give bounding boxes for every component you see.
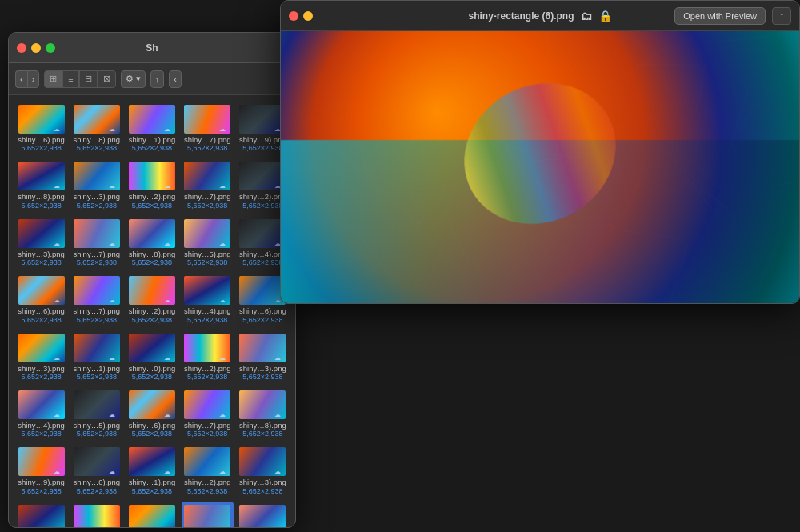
file-thumbnail: ☁ [184, 162, 230, 190]
cloud-icon: ☁ [164, 126, 174, 132]
file-name: shiny…3).png [73, 192, 120, 201]
file-item[interactable]: ☁shiny…7).png5,652×2,938 [182, 387, 234, 441]
file-item[interactable]: ☁shiny…5).png5,652×2,938 [70, 387, 122, 441]
file-thumbnail: ☁ [74, 276, 120, 305]
preview-image [281, 31, 799, 303]
file-thumbnail: ☁ [18, 505, 65, 527]
cloud-icon: ☁ [219, 126, 229, 132]
file-item[interactable]: ☁shiny…6).png5,652×2,938 [15, 102, 67, 155]
file-size: 5,652×2,938 [77, 202, 117, 210]
file-thumbnail: ☁ [74, 390, 120, 419]
file-item[interactable]: ☁shiny…0).png5,652×2,938 [70, 444, 122, 498]
file-item[interactable]: ☁shiny…7).png5,652×2,938 [182, 102, 234, 155]
column-view-button[interactable]: ⊟ [79, 70, 98, 88]
file-item[interactable]: ☁shiny…4).png5,652×2,938 [15, 502, 67, 527]
open-with-preview-button[interactable]: Open with Preview [674, 7, 766, 25]
file-item[interactable]: ☁shiny…3).png5,652×2,938 [70, 158, 122, 212]
file-name: shiny…7).png [184, 192, 231, 201]
file-item[interactable]: ☁shiny…0).png5,652×2,938 [126, 330, 178, 384]
file-item[interactable]: ☁shiny…8).png5,652×2,938 [70, 102, 122, 155]
list-view-button[interactable]: ≡ [62, 70, 78, 88]
file-thumbnail: ☁ [129, 105, 175, 134]
file-item[interactable]: ☁shiny…1).png5,652×2,938 [70, 330, 122, 384]
file-size: 5,652×2,938 [77, 487, 117, 495]
file-item[interactable]: ☁shiny…5).png5,652×2,938 [70, 502, 122, 527]
file-size: 5,652×2,938 [132, 202, 172, 210]
file-thumbnail: ☁ [239, 105, 286, 134]
file-item[interactable]: ☁shiny…6).png5,652×2,938 [126, 387, 178, 441]
minimize-button[interactable] [31, 43, 41, 53]
file-item[interactable]: ☁shiny…8).png5,652×2,938 [15, 158, 67, 212]
file-name: shiny…1).png [129, 478, 176, 486]
forward-button[interactable]: › [27, 70, 40, 88]
file-size: 5,652×2,938 [132, 258, 172, 266]
file-item[interactable]: ☁shiny…7).png5,652×2,938 [182, 158, 234, 212]
back-arrow-button[interactable]: ‹ [169, 70, 182, 88]
file-item[interactable]: ☁shiny…8).png5,652×2,938 [126, 216, 178, 270]
file-name: shiny…3).png [18, 250, 65, 258]
file-thumbnail: ☁ [184, 334, 230, 362]
share-button[interactable]: ↑ [150, 70, 165, 88]
action-button[interactable]: ⚙ ▾ [121, 70, 146, 88]
file-grid: ☁shiny…6).png5,652×2,938☁shiny…8).png5,6… [15, 102, 289, 527]
maximize-button[interactable] [46, 43, 55, 53]
file-thumbnail: ☁ [129, 276, 175, 305]
file-size: 5,652×2,938 [77, 316, 117, 324]
cloud-icon: ☁ [109, 354, 118, 361]
file-item[interactable]: ☁shiny…3).png5,652×2,938 [15, 330, 67, 384]
cloud-icon: ☁ [54, 240, 63, 246]
file-size: 5,652×2,938 [77, 373, 117, 381]
file-size: 5,652×2,938 [187, 144, 227, 152]
file-item[interactable]: ☁shiny…2).png5,652×2,938 [126, 158, 178, 212]
file-size: 5,652×2,938 [21, 316, 61, 324]
file-item[interactable]: ☁shiny…3).png5,652×2,938 [237, 330, 289, 384]
file-item[interactable]: ☁shiny…6).png5,652×2,938 [182, 502, 234, 527]
file-item[interactable]: ☁shiny…1).png5,652×2,938 [126, 444, 178, 498]
file-item[interactable]: ☁shiny…7).png5,652×2,938 [70, 273, 122, 326]
file-item[interactable]: ☁shiny…7).png5,652×2,938 [237, 502, 289, 527]
file-thumbnail: ☁ [184, 105, 230, 134]
cloud-icon: ☁ [109, 297, 118, 303]
file-name: shiny…2).png [129, 306, 176, 315]
finder-content[interactable]: ☁shiny…6).png5,652×2,938☁shiny…8).png5,6… [9, 95, 295, 527]
file-item[interactable]: ☁shiny…2).png5,652×2,938 [126, 273, 178, 326]
file-item[interactable]: ☁shiny…9).png5,652×2,938 [15, 444, 67, 498]
file-thumbnail: ☁ [239, 276, 286, 305]
cloud-icon: ☁ [54, 526, 63, 527]
file-item[interactable]: ☁shiny…4).png5,652×2,938 [15, 387, 67, 441]
file-size: 5,652×2,938 [21, 373, 61, 381]
file-thumbnail: ☁ [74, 505, 120, 527]
file-size: 5,652×2,938 [77, 144, 117, 152]
file-size: 5,652×2,938 [187, 487, 227, 495]
preview-minimize-button[interactable] [303, 11, 313, 21]
icon-view-button[interactable]: ⊞ [44, 70, 62, 88]
file-item[interactable]: ☁shiny…6).png5,652×2,938 [15, 273, 67, 326]
file-thumbnail: ☁ [184, 219, 230, 248]
file-size: 5,652×2,938 [242, 430, 282, 438]
file-item[interactable]: ☁shiny…2).png5,652×2,938 [182, 444, 234, 498]
file-item[interactable]: ☁shiny…4).png5,652×2,938 [182, 273, 234, 326]
file-thumbnail: ☁ [184, 390, 230, 419]
file-item[interactable]: ☁shiny…1).png5,652×2,938 [126, 102, 178, 155]
file-thumbnail: ☁ [129, 505, 175, 527]
file-thumbnail: ☁ [18, 276, 65, 305]
close-button[interactable] [17, 43, 26, 53]
gallery-view-button[interactable]: ⊠ [98, 70, 116, 88]
file-size: 5,652×2,938 [187, 430, 227, 438]
back-button[interactable]: ‹ [15, 70, 27, 88]
file-item[interactable]: ☁shiny…2).png5,652×2,938 [182, 330, 234, 384]
preview-close-button[interactable] [289, 11, 298, 21]
file-name: shiny…4).png [239, 250, 286, 258]
file-item[interactable]: ☁shiny…6).png5,652×2,938 [126, 502, 178, 527]
file-size: 5,652×2,938 [21, 430, 61, 438]
file-item[interactable]: ☁shiny…7).png5,652×2,938 [70, 216, 122, 270]
file-item[interactable]: ☁shiny…8).png5,652×2,938 [237, 387, 289, 441]
share-preview-button[interactable]: ↑ [772, 7, 791, 25]
file-thumbnail: ☁ [184, 505, 230, 527]
file-item[interactable]: ☁shiny…5).png5,652×2,938 [182, 216, 234, 270]
cloud-icon: ☁ [274, 354, 284, 361]
file-thumbnail: ☁ [18, 105, 65, 134]
file-item[interactable]: ☁shiny…3).png5,652×2,938 [237, 444, 289, 498]
file-item[interactable]: ☁shiny…3).png5,652×2,938 [15, 216, 67, 270]
preview-canvas [281, 31, 799, 303]
